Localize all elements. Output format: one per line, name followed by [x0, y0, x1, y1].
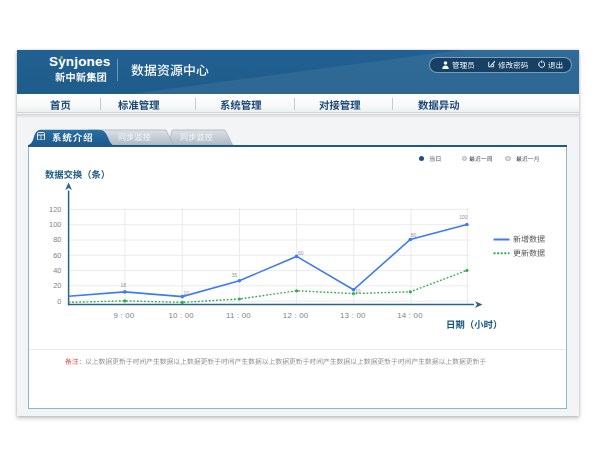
- svg-text:11 : 00: 11 : 00: [226, 311, 251, 320]
- svg-text:60: 60: [53, 251, 61, 260]
- svg-text:80: 80: [53, 235, 61, 244]
- svg-text:13 : 00: 13 : 00: [340, 311, 366, 320]
- svg-text:10: 10: [355, 288, 361, 294]
- svg-text:80: 80: [411, 232, 417, 238]
- svg-text:18: 18: [120, 282, 126, 288]
- svg-text:120: 120: [49, 205, 61, 214]
- svg-text:40: 40: [53, 266, 61, 275]
- svg-text:9 : 00: 9 : 00: [114, 311, 135, 320]
- svg-text:14 : 00: 14 : 00: [397, 311, 423, 320]
- svg-text:10: 10: [183, 290, 189, 296]
- svg-text:10 : 00: 10 : 00: [168, 311, 194, 320]
- svg-text:12 : 00: 12 : 00: [283, 311, 309, 320]
- svg-text:20: 20: [53, 281, 61, 290]
- svg-text:35: 35: [231, 272, 237, 278]
- svg-text:60: 60: [298, 250, 304, 256]
- svg-text:100: 100: [49, 220, 61, 229]
- svg-text:0: 0: [57, 297, 61, 306]
- svg-text:100: 100: [459, 214, 468, 220]
